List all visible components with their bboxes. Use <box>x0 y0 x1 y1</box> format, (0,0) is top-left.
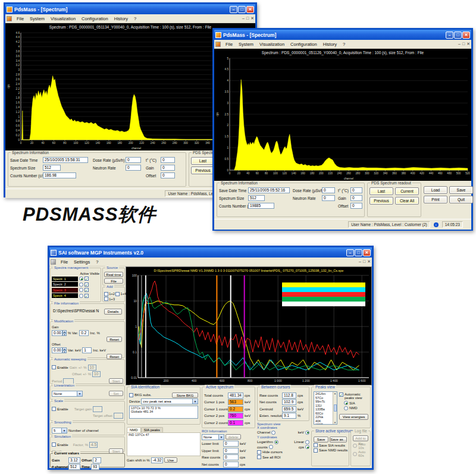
spectrum-2-visible-checkbox[interactable]: ✓ <box>84 282 89 287</box>
offset-inc-field[interactable]: 1 <box>82 347 92 353</box>
menu-file[interactable]: File <box>223 42 236 47</box>
peaks-listbox[interactable]: 241Am 57Co 99mTc 131I 133Ba 60Co 22Na 40… <box>314 391 337 425</box>
minimize-button[interactable]: – <box>446 32 453 39</box>
lower-limit-field[interactable]: 0 <box>223 441 239 447</box>
spectrum-3-active-radio[interactable] <box>79 288 83 292</box>
menu-help[interactable]: ? <box>93 259 101 265</box>
mdi-close-icon[interactable]: ✕ <box>367 259 371 264</box>
add-1-3-checkbox[interactable] <box>104 297 108 301</box>
save-nmd-results-checkbox[interactable] <box>314 448 318 453</box>
linear-radio[interactable] <box>305 440 309 444</box>
titlebar[interactable]: PdsMass - [Spectrum] – □ ✕ <box>5 4 255 14</box>
device-dropdown[interactable]: csv peak net area▼ <box>141 398 198 404</box>
maximize-button[interactable]: □ <box>238 6 246 13</box>
spectrum-1-chip[interactable]: Spectr. 1 <box>52 277 78 281</box>
neutron-rate-field[interactable]: 0 <box>126 165 141 171</box>
spectrum-3-chip[interactable]: Spectr. 3 <box>52 288 78 293</box>
tab-sia-peaks[interactable]: SIA peaks <box>141 427 163 432</box>
spectrum-1-visible-checkbox[interactable]: ✓ <box>84 277 89 281</box>
save-as-button[interactable]: Save as... <box>330 437 347 442</box>
spectrum-size-field[interactable]: 512 <box>43 165 61 171</box>
mdi-close-icon[interactable]: ✕ <box>466 42 470 46</box>
titlebar[interactable]: PdsMass - [Spectrum] – □ ✕ <box>214 30 471 40</box>
previous-button[interactable]: Previous <box>191 167 215 174</box>
spectrum-3-visible-checkbox[interactable]: ✓ <box>84 288 89 292</box>
menu-configuration[interactable]: Configuration <box>79 16 111 21</box>
upper-limit-field[interactable]: 0 <box>223 448 239 454</box>
add-1-2-checkbox[interactable] <box>104 292 108 296</box>
menu-help[interactable]: ? <box>340 42 348 47</box>
scale-enable-checkbox[interactable] <box>52 407 56 411</box>
see-all-roi-checkbox[interactable] <box>257 455 261 459</box>
listbox-scrollbar[interactable]: ▲▼ <box>333 392 337 424</box>
clear-all-button[interactable]: Clear All <box>395 197 419 205</box>
counts-field[interactable]: 186.98 <box>43 172 76 178</box>
quit-button[interactable]: Quit <box>449 196 473 203</box>
maximize-button[interactable]: □ <box>355 249 362 256</box>
menu-history[interactable]: History <box>111 16 131 21</box>
nmd-radio[interactable] <box>344 406 348 410</box>
view-energies-button[interactable]: View energies <box>339 414 368 420</box>
dose-rate-field[interactable]: 0 <box>126 157 141 163</box>
details-button[interactable]: Details <box>104 309 122 315</box>
spectrum-4-active-radio[interactable] <box>79 294 83 298</box>
mdi-restore-icon[interactable]: □ <box>462 42 465 46</box>
mdi-minimize-icon[interactable]: – <box>359 259 361 264</box>
menu-history[interactable]: History <box>320 42 340 47</box>
close-button[interactable]: ✕ <box>246 6 254 13</box>
spectrum-4-chip[interactable]: Spectr. 4 <box>52 293 78 298</box>
offset-reset-button[interactable]: Reset <box>107 354 122 359</box>
mdi-restore-icon[interactable]: □ <box>246 16 249 21</box>
sia-results-list[interactable]: 137Cs 10 70.72 3 % Globale 481.34 <box>129 406 198 419</box>
file-button[interactable]: File <box>104 278 123 284</box>
menu-visualization[interactable]: Visualization <box>48 16 79 21</box>
menu-system[interactable]: System <box>236 42 256 47</box>
menu-system[interactable]: System <box>27 16 48 21</box>
menu-file[interactable]: File <box>58 259 71 265</box>
offset-field[interactable]: 0 <box>161 172 175 178</box>
menu-configuration[interactable]: Configuration <box>287 42 320 47</box>
save-date-field[interactable]: 25/10/2005 15:58:31 <box>43 157 88 163</box>
previous-button[interactable]: Previous <box>369 197 393 205</box>
temp-field[interactable]: 0 <box>350 187 362 193</box>
mdi-restore-icon[interactable]: □ <box>363 259 365 264</box>
spectrum-2-active-radio[interactable] <box>79 282 83 287</box>
kev-radio[interactable] <box>305 431 309 435</box>
gain-inc-field[interactable]: 0.2 <box>79 330 89 336</box>
roi-dropdown[interactable]: None▼ <box>202 434 224 440</box>
maximize-button[interactable]: □ <box>454 32 462 39</box>
save-button[interactable]: Save <box>314 437 328 442</box>
spectrum-2-chip[interactable]: Spectr. 2 <box>52 282 78 287</box>
channel-radio[interactable] <box>271 431 275 435</box>
close-button[interactable]: ✕ <box>462 32 470 39</box>
spectrum-size-field[interactable]: 512 <box>248 195 265 201</box>
spectrum-1-active-radio[interactable] <box>79 277 83 281</box>
menu-visualization[interactable]: Visualization <box>256 42 287 47</box>
linearization-dropdown[interactable]: None▼ <box>52 391 83 397</box>
simulation-enable-checkbox[interactable] <box>52 442 56 447</box>
mdi-minimize-icon[interactable]: – <box>242 16 245 21</box>
current-button[interactable]: Current <box>395 187 419 195</box>
hide-cursors-checkbox[interactable] <box>257 450 261 454</box>
minimize-button[interactable]: – <box>346 249 354 256</box>
nmd-peaks-list[interactable]: IND 137Cs 47 <box>127 433 200 456</box>
minimize-button[interactable]: – <box>230 6 237 13</box>
cps-radio[interactable] <box>305 445 309 449</box>
neutron-rate-field[interactable]: 0 <box>322 195 335 201</box>
sweeping-enable-checkbox[interactable] <box>52 365 56 369</box>
offset-field[interactable]: 0 <box>350 203 362 209</box>
bkg-subs-checkbox[interactable] <box>129 393 133 397</box>
print-button[interactable]: Print <box>424 196 447 203</box>
store-bkg-button[interactable]: Store BKG <box>172 393 198 398</box>
last-button[interactable]: Last <box>191 157 215 165</box>
save-button[interactable]: Save <box>449 186 473 194</box>
titlebar[interactable]: SAI software MGP Instruments v2.0 – □ ✕ <box>49 247 372 258</box>
menu-file[interactable]: File <box>14 16 27 21</box>
spectrum-4-visible-checkbox[interactable]: ✓ <box>84 294 89 298</box>
menu-settings[interactable]: Settings <box>71 259 93 265</box>
add-1-4-checkbox[interactable] <box>115 292 120 296</box>
use-button[interactable]: Use <box>164 457 177 463</box>
gain-field[interactable]: 0 <box>350 195 362 201</box>
automatic-peaks-checkbox[interactable]: ✓ <box>339 393 343 397</box>
sia-radio[interactable] <box>344 401 348 405</box>
